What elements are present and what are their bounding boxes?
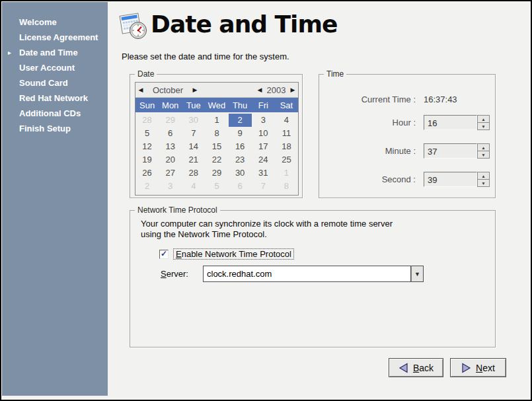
back-button[interactable]: Back xyxy=(389,358,443,377)
calendar-day[interactable]: 22 xyxy=(205,153,228,166)
weekday-label: Tue xyxy=(182,100,205,110)
calendar-day[interactable]: 20 xyxy=(159,153,182,166)
calendar-day[interactable]: 18 xyxy=(275,140,298,153)
next-button[interactable]: Next xyxy=(450,358,506,377)
next-month-button[interactable]: ▶ xyxy=(190,87,200,93)
calendar-day[interactable]: 5 xyxy=(135,127,159,140)
sidebar-item-sound-card[interactable]: Sound Card xyxy=(2,75,108,91)
arrow-right-icon xyxy=(461,363,471,373)
calendar-day[interactable]: 8 xyxy=(275,180,298,193)
hour-increment-button[interactable]: ▲ xyxy=(477,115,490,123)
calendar-day[interactable]: 21 xyxy=(182,153,205,166)
arrow-up-icon: ▲ xyxy=(481,117,485,122)
minute-label: Minute : xyxy=(319,146,416,156)
calendar-day[interactable]: 6 xyxy=(159,127,182,140)
arrow-left-icon: ◀ xyxy=(258,87,262,93)
sidebar-item-label: Sound Card xyxy=(19,78,68,88)
second-decrement-button[interactable]: ▼ xyxy=(477,180,490,187)
second-label: Second : xyxy=(319,174,416,184)
date-group-label: Date xyxy=(135,69,157,79)
minute-decrement-button[interactable]: ▼ xyxy=(477,151,490,159)
calendar-day[interactable]: 11 xyxy=(275,127,298,140)
calendar-day[interactable]: 24 xyxy=(252,153,275,166)
second-increment-button[interactable]: ▲ xyxy=(477,172,490,180)
calendar-day[interactable]: 30 xyxy=(229,166,252,180)
time-group: Time Current Time : 16:37:43 Hour : 16 ▲… xyxy=(319,74,496,198)
calendar-day-selected[interactable]: 2 xyxy=(229,114,252,127)
minute-spinner: 37 ▲ ▼ xyxy=(424,143,490,159)
calendar-day[interactable]: 7 xyxy=(182,127,205,140)
arrow-left-icon: ◀ xyxy=(139,87,143,93)
sidebar-item-label: Additional CDs xyxy=(19,108,81,118)
sidebar-item-license-agreement[interactable]: License Agreement xyxy=(2,30,108,45)
sidebar-item-finish-setup[interactable]: Finish Setup xyxy=(2,121,108,136)
server-input[interactable] xyxy=(203,266,411,282)
calendar-day[interactable]: 5 xyxy=(205,180,228,193)
calendar-day[interactable]: 27 xyxy=(159,166,182,180)
ntp-enable-checkbox[interactable]: ✓ xyxy=(159,250,169,259)
minute-input[interactable]: 37 xyxy=(424,143,477,159)
prev-year-button[interactable]: ◀ xyxy=(254,87,265,93)
calendar-day[interactable]: 4 xyxy=(182,180,205,193)
calendar-day[interactable]: 10 xyxy=(252,127,275,140)
time-group-label: Time xyxy=(324,69,346,79)
next-year-button[interactable]: ▶ xyxy=(287,87,298,93)
calendar-day[interactable]: 3 xyxy=(252,114,275,127)
page-title: Date and Time xyxy=(151,11,337,38)
hour-decrement-button[interactable]: ▼ xyxy=(477,123,490,130)
calendar-day[interactable]: 17 xyxy=(252,140,275,153)
minute-increment-button[interactable]: ▲ xyxy=(477,143,490,151)
ntp-group: Network Time Protocol Your computer can … xyxy=(130,210,496,347)
calendar-day[interactable]: 6 xyxy=(229,180,252,193)
hour-input[interactable]: 16 xyxy=(424,115,477,130)
calendar-day[interactable]: 30 xyxy=(182,114,205,127)
calendar-day[interactable]: 14 xyxy=(182,140,205,153)
ntp-enable-row: ✓ Enable Network Time Protocol xyxy=(159,248,294,260)
current-time-value: 16:37:43 xyxy=(424,94,457,104)
month-label: October xyxy=(146,85,190,95)
current-step-arrow-icon: ▸ xyxy=(8,49,19,56)
sidebar-item-label: Finish Setup xyxy=(19,124,71,133)
calendar-day[interactable]: 31 xyxy=(252,166,275,180)
weekday-label: Sun xyxy=(135,100,159,110)
calendar: ◀ October ▶ ◀ 2003 ▶ SunMonTueWedThuFriS… xyxy=(135,82,299,196)
calendar-day[interactable]: 19 xyxy=(135,153,159,166)
ntp-enable-label[interactable]: Enable Network Time Protocol xyxy=(173,248,294,260)
prev-month-button[interactable]: ◀ xyxy=(135,87,146,93)
calendar-day[interactable]: 1 xyxy=(275,166,298,180)
server-dropdown-button[interactable]: ▼ xyxy=(411,266,424,282)
calendar-day[interactable]: 9 xyxy=(229,127,252,140)
year-label: 2003 xyxy=(265,85,287,95)
sidebar-item-welcome[interactable]: Welcome xyxy=(2,15,108,30)
sidebar-item-additional-cds[interactable]: Additional CDs xyxy=(2,106,108,121)
calendar-day[interactable]: 25 xyxy=(275,153,298,166)
calendar-day[interactable]: 3 xyxy=(159,180,182,193)
calendar-grid: 2829301234567891011121314151617181920212… xyxy=(135,112,298,195)
sidebar-item-user-account[interactable]: User Account xyxy=(2,60,108,75)
calendar-day[interactable]: 28 xyxy=(182,166,205,180)
calendar-day[interactable]: 23 xyxy=(229,153,252,166)
second-input[interactable]: 39 xyxy=(424,172,477,187)
calendar-day[interactable]: 29 xyxy=(205,166,228,180)
sidebar-item-label: User Account xyxy=(19,63,75,73)
hour-spinner: 16 ▲ ▼ xyxy=(424,115,490,130)
calendar-day[interactable]: 4 xyxy=(275,114,298,127)
calendar-day[interactable]: 8 xyxy=(205,127,228,140)
arrow-down-icon: ▼ xyxy=(481,181,485,186)
calendar-day[interactable]: 7 xyxy=(252,180,275,193)
sidebar-item-label: Date and Time xyxy=(19,48,78,57)
calendar-day[interactable]: 28 xyxy=(135,114,159,127)
sidebar-item-label: License Agreement xyxy=(19,32,98,42)
calendar-day[interactable]: 29 xyxy=(159,114,182,127)
calendar-day[interactable]: 1 xyxy=(205,114,228,127)
calendar-day[interactable]: 12 xyxy=(135,140,159,153)
calendar-day[interactable]: 13 xyxy=(159,140,182,153)
calendar-day[interactable]: 16 xyxy=(229,140,252,153)
calendar-weekday-row: SunMonTueWedThuFriSat xyxy=(135,98,298,112)
calendar-day[interactable]: 2 xyxy=(135,180,159,193)
sidebar-item-red-hat-network[interactable]: Red Hat Network xyxy=(2,91,108,106)
sidebar-nav: WelcomeLicense Agreement▸Date and TimeUs… xyxy=(2,15,108,136)
sidebar-item-date-and-time[interactable]: ▸Date and Time xyxy=(2,45,108,60)
calendar-day[interactable]: 15 xyxy=(205,140,228,153)
calendar-day[interactable]: 26 xyxy=(135,166,159,180)
